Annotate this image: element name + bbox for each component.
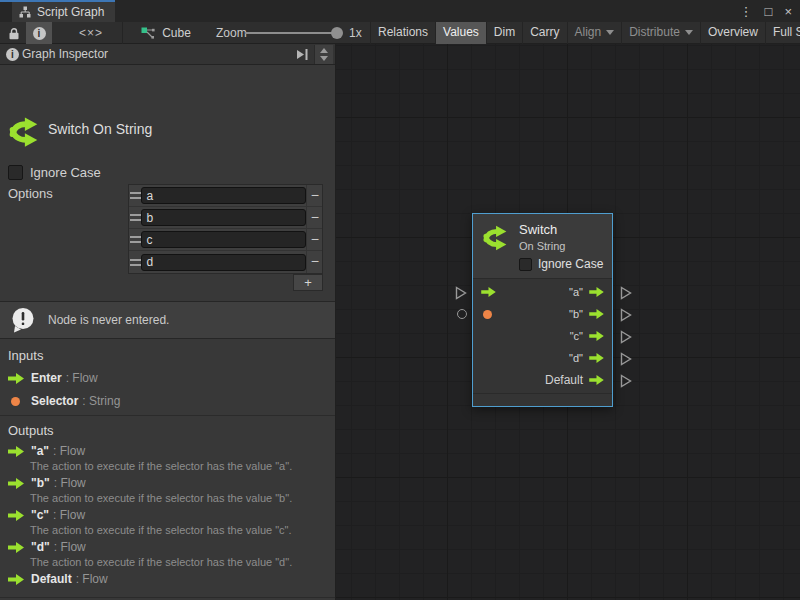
window-controls: ⋮ □ × (740, 0, 792, 22)
ignore-case-field: Ignore Case (8, 165, 101, 180)
tab-script-graph[interactable]: Script Graph (12, 2, 115, 22)
node-footer (473, 393, 612, 406)
option-input[interactable] (141, 209, 306, 226)
carry-button[interactable]: Carry (522, 22, 566, 44)
chevron-down-icon (685, 30, 693, 35)
drag-handle-icon[interactable] (129, 214, 141, 221)
close-icon[interactable]: × (784, 4, 792, 19)
output-port-a: "a" : Flow (8, 444, 85, 458)
outer-flow-port-icon[interactable] (620, 352, 632, 366)
flow-arrow-icon (8, 574, 24, 585)
ignore-case-checkbox[interactable] (519, 258, 532, 271)
inputs-heading: Inputs (8, 348, 43, 363)
zoom-value: 1x (349, 26, 362, 40)
output-port-b-description: The action to execute if the selector ha… (30, 492, 292, 504)
graph-inspector-panel: i Graph Inspector Switch On String Ignor… (0, 44, 336, 600)
node-header[interactable]: Switch On String Ignore Case (473, 214, 612, 279)
warning-text: Node is never entered. (48, 313, 169, 327)
flow-arrow-icon (8, 373, 24, 384)
output-port-b: "b" : Flow (8, 476, 86, 490)
string-value-icon (11, 397, 20, 406)
ignore-case-label: Ignore Case (30, 165, 101, 180)
ignore-case-checkbox[interactable] (8, 165, 23, 180)
zoom-label: Zoom (216, 26, 247, 40)
lock-button[interactable] (2, 22, 26, 44)
output-port-d: "d" : Flow (8, 540, 86, 554)
overview-button[interactable]: Overview (700, 22, 765, 44)
chevron-down-icon (606, 30, 614, 35)
outer-value-port-icon[interactable] (457, 309, 467, 319)
warning-bubble-icon (10, 307, 37, 334)
tab-label: Script Graph (37, 5, 104, 19)
outer-flow-port-icon[interactable] (620, 330, 632, 344)
add-option-button[interactable]: + (293, 274, 323, 291)
lock-icon (8, 27, 20, 40)
code-icon: <×> (79, 26, 103, 40)
inspector-node-title: Switch On String (48, 121, 152, 137)
zoom-slider-handle[interactable] (331, 27, 343, 39)
port-label: "c" (570, 330, 583, 342)
flow-arrow-icon (8, 446, 24, 457)
align-dropdown[interactable]: Align (567, 22, 622, 44)
inspector-toggle-button[interactable]: i (26, 22, 52, 44)
toolbar-separator (122, 22, 123, 44)
maximize-icon[interactable]: □ (765, 4, 773, 19)
values-button[interactable]: Values (435, 22, 486, 44)
output-port-c: "c" : Flow (8, 508, 85, 522)
flow-port-icon[interactable] (589, 353, 604, 363)
toolbar-buttons: Relations Values Dim Carry Align Distrib… (370, 22, 800, 44)
option-row: − (129, 251, 322, 273)
switch-on-string-node[interactable]: Switch On String Ignore Case "a" (472, 213, 613, 407)
flow-port-icon[interactable] (589, 331, 604, 341)
dock-panel-icon[interactable] (297, 49, 309, 60)
node-row-default: Default (473, 369, 612, 391)
remove-option-button[interactable]: − (306, 185, 322, 207)
switch-unit-icon (482, 223, 512, 253)
breadcrumb-label: Cube (162, 26, 191, 40)
flow-port-icon[interactable] (589, 375, 604, 385)
breadcrumb[interactable]: Cube (136, 22, 196, 44)
remove-option-button[interactable]: − (306, 251, 322, 273)
drag-handle-icon[interactable] (129, 192, 141, 199)
dim-button[interactable]: Dim (486, 22, 522, 44)
tab-bar: Script Graph ⋮ □ × (0, 0, 800, 22)
warning-box: Node is never entered. (0, 301, 335, 339)
flow-arrow-icon (8, 510, 24, 521)
graph-inspector-header: i Graph Inspector (0, 44, 335, 65)
outer-flow-port-icon[interactable] (620, 286, 632, 300)
remove-option-button[interactable]: − (306, 229, 322, 251)
remove-option-button[interactable]: − (306, 207, 322, 229)
output-port-default: Default : Flow (8, 572, 108, 586)
port-label: "a" (569, 286, 583, 298)
selector-port-icon[interactable] (483, 310, 492, 319)
panel-scroll-spinner[interactable] (314, 45, 333, 64)
relations-button[interactable]: Relations (370, 22, 435, 44)
outer-flow-port-icon[interactable] (620, 374, 632, 388)
drag-handle-icon[interactable] (129, 236, 141, 243)
edit-script-button[interactable]: <×> (70, 22, 112, 44)
graph-canvas[interactable]: Switch On String Ignore Case "a" (336, 44, 800, 600)
zoom-slider[interactable] (245, 32, 339, 34)
node-subtitle: On String (519, 240, 565, 252)
option-input[interactable] (141, 254, 306, 271)
flow-port-icon[interactable] (589, 287, 604, 297)
drag-handle-icon[interactable] (129, 259, 141, 266)
section-divider (0, 415, 335, 416)
option-input[interactable] (141, 231, 306, 248)
flow-port-icon[interactable] (589, 309, 604, 319)
node-body: "a" "b" "c" "d" (473, 279, 612, 393)
option-input[interactable] (141, 187, 306, 204)
node-titles: Switch On String (519, 222, 565, 252)
chevron-up-icon (320, 48, 328, 53)
node-ignore-case-field: Ignore Case (519, 257, 603, 271)
outer-flow-port-icon[interactable] (620, 308, 632, 322)
outer-flow-port-icon[interactable] (455, 286, 467, 300)
enter-port-icon[interactable] (481, 287, 496, 297)
fullscreen-button[interactable]: Full Screen (765, 22, 800, 44)
section-divider (0, 597, 335, 598)
distribute-dropdown[interactable]: Distribute (621, 22, 700, 44)
node-row-b: "b" (473, 303, 612, 325)
switch-unit-icon (8, 114, 44, 150)
window-menu-icon[interactable]: ⋮ (740, 4, 753, 19)
option-row: − (129, 185, 322, 207)
